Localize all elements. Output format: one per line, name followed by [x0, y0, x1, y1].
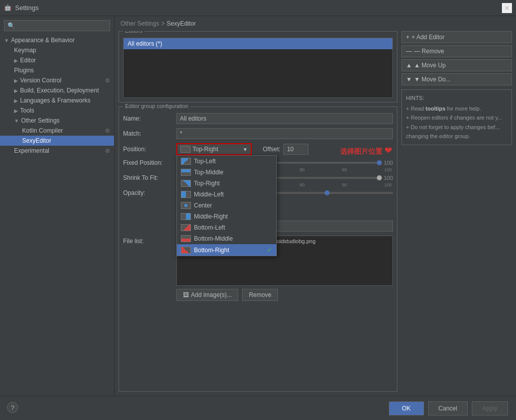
hints-line2: + Reopen editors if changes are not y...: [406, 114, 507, 122]
sidebar-item-sexy-editor[interactable]: SexyEditor: [0, 136, 114, 146]
remove-label: Remove: [249, 291, 271, 298]
flag-top-left: [181, 158, 191, 165]
dropdown-label: Top-Left: [194, 158, 216, 165]
flag-middle-right: [181, 213, 191, 220]
position-container: Top-Right ▼ Top-Left: [176, 143, 252, 155]
right-action-buttons: + + Add Editor — — Remove ▲ ▲ Move Up ▼ …: [401, 31, 512, 85]
fixed-position-label: Fixed Position:: [123, 159, 173, 166]
add-editor-button[interactable]: + + Add Editor: [401, 31, 512, 43]
match-label: Match:: [123, 130, 173, 137]
expand-arrow: ▼: [4, 38, 9, 43]
sidebar-item-other-settings[interactable]: ▼ Other Settings: [0, 116, 114, 126]
expand-arrow: ▼: [14, 118, 19, 124]
move-down-button[interactable]: ▼ ▼ Move Do...: [401, 73, 512, 85]
flag-center: [181, 202, 191, 209]
remove-button[interactable]: Remove: [242, 289, 278, 301]
sidebar-item-version-control[interactable]: ▶ Version Control ⚙: [0, 75, 114, 85]
flag-middle-left: [181, 191, 191, 198]
sidebar-item-label: Tools: [20, 107, 34, 114]
hints-line3: + Do not forget to apply changes bef...: [406, 123, 507, 132]
down-arrow-icon: ▼: [406, 76, 412, 83]
help-button[interactable]: ?: [7, 402, 18, 413]
dropdown-label: Center: [194, 202, 212, 209]
flag-top-middle: [181, 169, 191, 176]
dropdown-item-center[interactable]: Center: [177, 200, 276, 211]
offset-input[interactable]: [283, 144, 308, 155]
flag-top-right: [181, 180, 191, 187]
file-actions: 🖼 Add image(s)... Remove: [176, 289, 393, 301]
hints-box: HINTS: + Read tooltips for more help. + …: [401, 89, 512, 145]
flag-bottom-right: [181, 247, 191, 254]
dropdown-item-top-left[interactable]: Top-Left: [177, 156, 276, 167]
dropdown-label: Middle-Left: [194, 191, 224, 198]
up-arrow-icon: ▲: [406, 62, 412, 69]
editor-config-section: Editor group configuration Name: Match: …: [119, 107, 397, 392]
search-input[interactable]: [4, 20, 110, 31]
ok-button[interactable]: OK: [389, 401, 424, 415]
sidebar-item-experimental[interactable]: Experimental ⚙: [0, 146, 114, 156]
sidebar-item-keymap[interactable]: Keymap: [0, 45, 114, 55]
bottom-bar: ? OK Cancel Apply: [0, 396, 516, 420]
name-row: Name:: [123, 113, 393, 124]
close-button[interactable]: ✕: [502, 3, 512, 13]
breadcrumb: Other Settings > SexyEditor: [115, 16, 516, 31]
dropdown-item-top-middle[interactable]: Top-Middle: [177, 167, 276, 178]
sidebar-item-appearance[interactable]: ▼ Appearance & Behavior: [0, 35, 114, 45]
hints-line1: + Read tooltips for more help.: [406, 104, 507, 113]
match-row: Match:: [123, 128, 393, 139]
dropdown-label: Bottom-Left: [194, 224, 225, 231]
main-layout: ▼ Appearance & Behavior Keymap ▶ Editor …: [0, 16, 516, 396]
apply-button[interactable]: Apply: [472, 401, 508, 415]
expand-arrow: ▶: [14, 78, 18, 83]
remove-editor-button[interactable]: — — Remove: [401, 45, 512, 57]
title-bar: 🤖 Settings ✕: [0, 0, 516, 16]
position-flag-icon: [180, 146, 190, 153]
dropdown-label: Top-Middle: [194, 169, 224, 176]
name-input[interactable]: [176, 113, 393, 124]
chevron-down-icon: ▼: [243, 147, 248, 152]
check-mark-icon: ✓: [267, 246, 272, 254]
cancel-button[interactable]: Cancel: [428, 401, 468, 415]
remove-editor-label: — Remove: [414, 48, 444, 55]
sidebar-item-kotlin[interactable]: Kotlin Compiler ⚙: [0, 126, 114, 136]
sidebar-item-tools[interactable]: ▶ Tools: [0, 106, 114, 116]
sidebar-item-label: Build, Execution, Deployment: [20, 87, 99, 94]
breadcrumb-other-settings: Other Settings: [121, 20, 159, 27]
breadcrumb-separator: >: [161, 20, 165, 27]
dropdown-label: Middle-Right: [194, 213, 228, 220]
add-images-label: Add image(s)...: [191, 291, 232, 298]
opacity-label: Opacity:: [123, 189, 173, 196]
editors-list-item[interactable]: All editors (*): [124, 38, 392, 49]
dropdown-item-top-right[interactable]: Top-Right: [177, 178, 276, 189]
sidebar-item-build[interactable]: ▶ Build, Execution, Deployment: [0, 85, 114, 95]
dropdown-item-bottom-left[interactable]: Bottom-Left: [177, 222, 276, 233]
dropdown-label: Bottom-Right: [194, 247, 229, 254]
slider-max-label: 100: [384, 160, 393, 166]
sidebar-item-label: Appearance & Behavior: [11, 37, 75, 44]
dropdown-item-middle-left[interactable]: Middle-Left: [177, 189, 276, 200]
position-row: Position: Top-Right ▼ To: [123, 143, 393, 155]
dropdown-item-middle-right[interactable]: Middle-Right: [177, 211, 276, 222]
sidebar-item-editor[interactable]: ▶ Editor: [0, 55, 114, 65]
expand-arrow: ▶: [14, 98, 18, 103]
expand-arrow: ▶: [14, 88, 18, 93]
editors-list[interactable]: All editors (*): [123, 38, 393, 98]
offset-label: Offset:: [263, 146, 280, 153]
content-panels: Editors All editors (*) Editor group con…: [115, 31, 516, 396]
move-up-label: ▲ Move Up: [414, 62, 446, 69]
dropdown-item-bottom-middle[interactable]: Bottom-Middle: [177, 233, 276, 244]
sidebar-item-plugins[interactable]: Plugins: [0, 65, 114, 75]
hints-line4: changing the editor group.: [406, 132, 507, 141]
editors-group-title: Editors: [123, 31, 144, 34]
hints-title: HINTS:: [406, 94, 507, 102]
add-images-button[interactable]: 🖼 Add image(s)...: [176, 289, 238, 301]
position-dropdown-button[interactable]: Top-Right ▼: [176, 143, 252, 155]
dropdown-item-bottom-right[interactable]: Bottom-Right ✓: [177, 244, 276, 256]
breadcrumb-current: SexyEditor: [167, 20, 196, 27]
editors-group: Editors All editors (*): [119, 31, 397, 102]
move-up-button[interactable]: ▲ ▲ Move Up: [401, 59, 512, 71]
match-input[interactable]: [176, 128, 393, 139]
sidebar-item-languages[interactable]: ▶ Languages & Frameworks: [0, 95, 114, 106]
shrink-label: Shrink To Fit:: [123, 174, 173, 181]
expand-arrow: ▶: [14, 58, 18, 63]
